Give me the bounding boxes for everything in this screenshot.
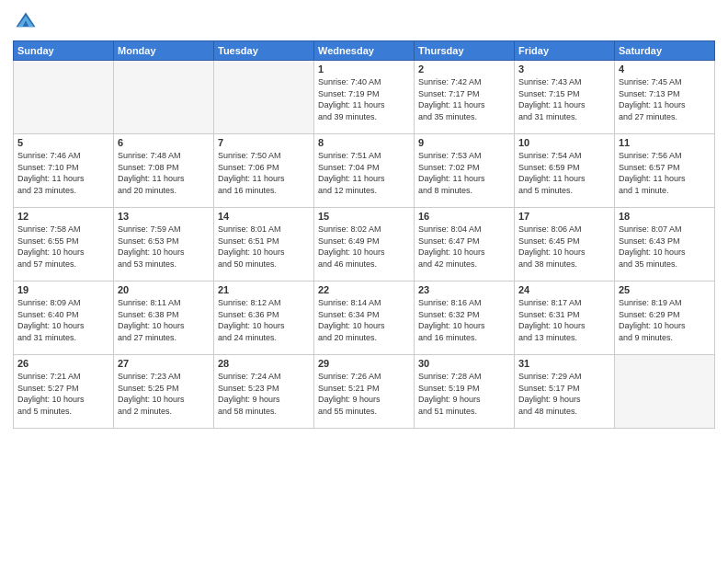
calendar-cell xyxy=(214,61,314,134)
day-info: Sunrise: 7:45 AM Sunset: 7:13 PM Dayligh… xyxy=(619,76,711,122)
weekday-header: Wednesday xyxy=(314,41,415,61)
day-number: 1 xyxy=(318,63,410,75)
day-number: 28 xyxy=(218,358,310,369)
calendar-cell: 6Sunrise: 7:48 AM Sunset: 7:08 PM Daylig… xyxy=(114,134,214,208)
day-number: 12 xyxy=(17,211,109,222)
calendar-cell: 13Sunrise: 7:59 AM Sunset: 6:53 PM Dayli… xyxy=(114,208,214,282)
day-info: Sunrise: 7:58 AM Sunset: 6:55 PM Dayligh… xyxy=(17,224,109,270)
calendar-cell: 18Sunrise: 8:07 AM Sunset: 6:43 PM Dayli… xyxy=(615,208,715,282)
day-number: 18 xyxy=(619,211,711,222)
day-number: 11 xyxy=(619,137,711,148)
day-info: Sunrise: 8:02 AM Sunset: 6:49 PM Dayligh… xyxy=(318,224,410,270)
day-number: 6 xyxy=(118,137,210,148)
header xyxy=(13,9,715,35)
day-number: 30 xyxy=(418,358,510,369)
day-info: Sunrise: 7:56 AM Sunset: 6:57 PM Dayligh… xyxy=(619,150,711,196)
calendar-cell: 21Sunrise: 8:12 AM Sunset: 6:36 PM Dayli… xyxy=(214,282,314,355)
page: SundayMondayTuesdayWednesdayThursdayFrid… xyxy=(0,0,728,563)
day-info: Sunrise: 8:16 AM Sunset: 6:32 PM Dayligh… xyxy=(418,297,510,343)
day-number: 27 xyxy=(118,358,210,369)
day-info: Sunrise: 7:28 AM Sunset: 5:19 PM Dayligh… xyxy=(418,371,510,417)
day-info: Sunrise: 7:29 AM Sunset: 5:17 PM Dayligh… xyxy=(518,371,610,417)
day-number: 5 xyxy=(17,137,109,148)
weekday-header: Friday xyxy=(515,41,615,61)
day-number: 3 xyxy=(518,63,610,75)
calendar-week: 19Sunrise: 8:09 AM Sunset: 6:40 PM Dayli… xyxy=(14,282,715,355)
day-info: Sunrise: 8:14 AM Sunset: 6:34 PM Dayligh… xyxy=(318,297,410,343)
day-info: Sunrise: 8:11 AM Sunset: 6:38 PM Dayligh… xyxy=(118,297,210,343)
day-info: Sunrise: 7:23 AM Sunset: 5:25 PM Dayligh… xyxy=(118,371,210,417)
day-info: Sunrise: 7:26 AM Sunset: 5:21 PM Dayligh… xyxy=(318,371,410,417)
day-number: 9 xyxy=(418,137,510,148)
calendar-cell: 1Sunrise: 7:40 AM Sunset: 7:19 PM Daylig… xyxy=(314,61,415,134)
calendar-week: 12Sunrise: 7:58 AM Sunset: 6:55 PM Dayli… xyxy=(14,208,715,282)
day-info: Sunrise: 8:07 AM Sunset: 6:43 PM Dayligh… xyxy=(619,224,711,270)
day-number: 13 xyxy=(118,211,210,222)
calendar-cell: 3Sunrise: 7:43 AM Sunset: 7:15 PM Daylig… xyxy=(515,61,615,134)
day-info: Sunrise: 7:43 AM Sunset: 7:15 PM Dayligh… xyxy=(518,76,610,122)
calendar-cell: 22Sunrise: 8:14 AM Sunset: 6:34 PM Dayli… xyxy=(314,282,415,355)
calendar-cell: 27Sunrise: 7:23 AM Sunset: 5:25 PM Dayli… xyxy=(114,355,214,429)
day-number: 26 xyxy=(17,358,109,369)
calendar-cell: 11Sunrise: 7:56 AM Sunset: 6:57 PM Dayli… xyxy=(615,134,715,208)
logo xyxy=(13,9,40,35)
day-number: 20 xyxy=(118,284,210,295)
calendar-cell: 19Sunrise: 8:09 AM Sunset: 6:40 PM Dayli… xyxy=(14,282,114,355)
calendar-cell: 17Sunrise: 8:06 AM Sunset: 6:45 PM Dayli… xyxy=(515,208,615,282)
day-info: Sunrise: 7:46 AM Sunset: 7:10 PM Dayligh… xyxy=(17,150,109,196)
calendar-cell: 20Sunrise: 8:11 AM Sunset: 6:38 PM Dayli… xyxy=(114,282,214,355)
day-info: Sunrise: 7:24 AM Sunset: 5:23 PM Dayligh… xyxy=(218,371,310,417)
calendar-cell: 30Sunrise: 7:28 AM Sunset: 5:19 PM Dayli… xyxy=(415,355,515,429)
day-number: 23 xyxy=(418,284,510,295)
calendar-cell: 4Sunrise: 7:45 AM Sunset: 7:13 PM Daylig… xyxy=(615,61,715,134)
day-info: Sunrise: 8:12 AM Sunset: 6:36 PM Dayligh… xyxy=(218,297,310,343)
day-number: 16 xyxy=(418,211,510,222)
day-info: Sunrise: 7:53 AM Sunset: 7:02 PM Dayligh… xyxy=(418,150,510,196)
day-number: 10 xyxy=(518,137,610,148)
calendar-cell: 9Sunrise: 7:53 AM Sunset: 7:02 PM Daylig… xyxy=(415,134,515,208)
logo-icon xyxy=(13,9,39,35)
calendar-cell: 12Sunrise: 7:58 AM Sunset: 6:55 PM Dayli… xyxy=(14,208,114,282)
calendar-week: 5Sunrise: 7:46 AM Sunset: 7:10 PM Daylig… xyxy=(14,134,715,208)
day-number: 25 xyxy=(619,284,711,295)
day-number: 7 xyxy=(218,137,310,148)
day-info: Sunrise: 8:01 AM Sunset: 6:51 PM Dayligh… xyxy=(218,224,310,270)
calendar-cell: 26Sunrise: 7:21 AM Sunset: 5:27 PM Dayli… xyxy=(14,355,114,429)
day-info: Sunrise: 7:51 AM Sunset: 7:04 PM Dayligh… xyxy=(318,150,410,196)
calendar-cell: 7Sunrise: 7:50 AM Sunset: 7:06 PM Daylig… xyxy=(214,134,314,208)
weekday-header: Sunday xyxy=(14,41,114,61)
weekday-header: Monday xyxy=(114,41,214,61)
calendar-cell: 29Sunrise: 7:26 AM Sunset: 5:21 PM Dayli… xyxy=(314,355,415,429)
calendar-cell: 31Sunrise: 7:29 AM Sunset: 5:17 PM Dayli… xyxy=(515,355,615,429)
calendar-cell: 28Sunrise: 7:24 AM Sunset: 5:23 PM Dayli… xyxy=(214,355,314,429)
calendar: SundayMondayTuesdayWednesdayThursdayFrid… xyxy=(13,40,715,429)
calendar-cell: 23Sunrise: 8:16 AM Sunset: 6:32 PM Dayli… xyxy=(415,282,515,355)
calendar-cell: 2Sunrise: 7:42 AM Sunset: 7:17 PM Daylig… xyxy=(415,61,515,134)
calendar-cell: 15Sunrise: 8:02 AM Sunset: 6:49 PM Dayli… xyxy=(314,208,415,282)
day-info: Sunrise: 7:42 AM Sunset: 7:17 PM Dayligh… xyxy=(418,76,510,122)
calendar-cell: 24Sunrise: 8:17 AM Sunset: 6:31 PM Dayli… xyxy=(515,282,615,355)
weekday-header: Thursday xyxy=(415,41,515,61)
day-info: Sunrise: 7:48 AM Sunset: 7:08 PM Dayligh… xyxy=(118,150,210,196)
calendar-cell: 8Sunrise: 7:51 AM Sunset: 7:04 PM Daylig… xyxy=(314,134,415,208)
weekday-header: Tuesday xyxy=(214,41,314,61)
day-info: Sunrise: 7:40 AM Sunset: 7:19 PM Dayligh… xyxy=(318,76,410,122)
day-info: Sunrise: 8:06 AM Sunset: 6:45 PM Dayligh… xyxy=(518,224,610,270)
day-info: Sunrise: 8:04 AM Sunset: 6:47 PM Dayligh… xyxy=(418,224,510,270)
calendar-cell: 10Sunrise: 7:54 AM Sunset: 6:59 PM Dayli… xyxy=(515,134,615,208)
day-number: 2 xyxy=(418,63,510,75)
day-info: Sunrise: 8:19 AM Sunset: 6:29 PM Dayligh… xyxy=(619,297,711,343)
weekday-row: SundayMondayTuesdayWednesdayThursdayFrid… xyxy=(14,41,715,61)
calendar-cell: 14Sunrise: 8:01 AM Sunset: 6:51 PM Dayli… xyxy=(214,208,314,282)
calendar-week: 1Sunrise: 7:40 AM Sunset: 7:19 PM Daylig… xyxy=(14,61,715,134)
day-number: 17 xyxy=(518,211,610,222)
day-number: 19 xyxy=(17,284,109,295)
calendar-cell: 16Sunrise: 8:04 AM Sunset: 6:47 PM Dayli… xyxy=(415,208,515,282)
day-info: Sunrise: 7:50 AM Sunset: 7:06 PM Dayligh… xyxy=(218,150,310,196)
day-number: 24 xyxy=(518,284,610,295)
day-number: 14 xyxy=(218,211,310,222)
day-number: 15 xyxy=(318,211,410,222)
day-number: 29 xyxy=(318,358,410,369)
day-info: Sunrise: 7:54 AM Sunset: 6:59 PM Dayligh… xyxy=(518,150,610,196)
calendar-cell xyxy=(14,61,114,134)
